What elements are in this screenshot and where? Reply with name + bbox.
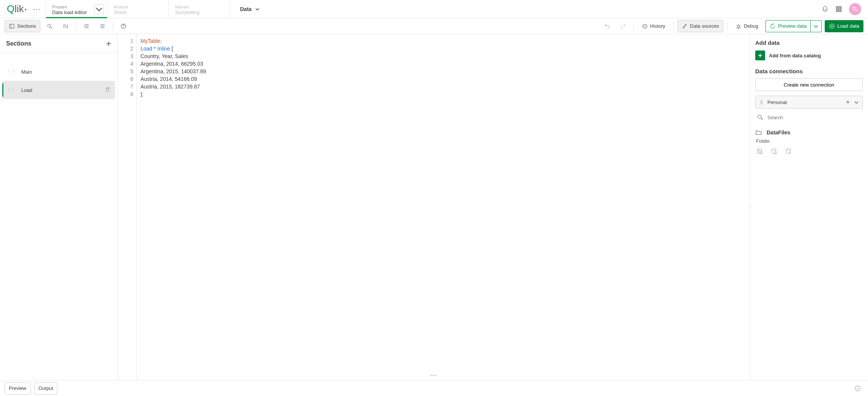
svg-rect-4	[838, 8, 840, 9]
svg-rect-5	[840, 8, 841, 9]
svg-rect-2	[840, 6, 841, 8]
tab-narrate-big: Storytelling	[175, 9, 224, 16]
data-sources-label: Data sources	[690, 23, 719, 29]
connection-name: DataFiles	[767, 129, 790, 136]
svg-rect-30	[757, 149, 762, 153]
history-button[interactable]: History	[638, 20, 669, 32]
add-data-title: Add data	[755, 39, 863, 46]
debug-label: Debug	[744, 23, 758, 29]
section-item-label: Load	[21, 87, 32, 93]
svg-point-23	[123, 27, 123, 27]
load-data-label: Load data	[837, 23, 859, 29]
svg-point-32	[772, 148, 776, 150]
svg-point-11	[48, 24, 51, 27]
apps-grid-icon[interactable]	[835, 6, 842, 13]
indent-icon[interactable]	[80, 20, 93, 32]
svg-line-29	[761, 118, 763, 120]
svg-rect-7	[838, 10, 840, 11]
sections-toggle-button[interactable]: Sections	[5, 20, 40, 32]
folder-icon	[755, 129, 762, 136]
section-item-main[interactable]: ⋮⋮ Main	[2, 63, 115, 81]
code-area[interactable]: MyTable:Load * Inline [Country, Year, Sa…	[137, 34, 750, 380]
svg-point-25	[737, 25, 740, 28]
right-resize-handle-icon[interactable]: ⋮	[748, 205, 753, 209]
tab-prepare-big: Data load editor	[52, 9, 101, 16]
svg-rect-0	[836, 6, 837, 8]
app-more-icon[interactable]: ⋯	[33, 5, 40, 14]
svg-rect-8	[840, 10, 841, 11]
search-icon[interactable]	[43, 20, 56, 32]
space-select[interactable]: Personal ✕	[755, 96, 863, 109]
tab-prepare-chevron-icon[interactable]	[94, 4, 104, 14]
person-icon	[759, 99, 764, 105]
search-icon	[757, 114, 764, 121]
add-from-catalog-label: Add from data catalog	[769, 53, 821, 58]
code-editor[interactable]: 1 2 3 4 5 6 7 8 MyTable:Load * Inline [C…	[118, 34, 750, 380]
insert-script-icon[interactable]	[770, 148, 777, 155]
drag-handle-icon[interactable]: ⋮⋮	[7, 69, 16, 74]
preview-data-button[interactable]: Preview data	[765, 20, 811, 32]
svg-point-37	[857, 387, 858, 387]
svg-point-34	[786, 148, 791, 150]
svg-point-28	[758, 115, 761, 118]
bell-icon[interactable]	[822, 6, 829, 13]
create-connection-button[interactable]: Create new connection	[755, 78, 863, 91]
load-data-button[interactable]: Load data	[825, 20, 863, 32]
edit-connection-icon[interactable]	[785, 148, 792, 155]
plus-icon: +	[755, 50, 765, 60]
select-data-icon[interactable]	[756, 148, 763, 155]
info-icon[interactable]	[854, 385, 861, 392]
preview-data-dropdown-icon[interactable]	[811, 20, 822, 32]
svg-rect-6	[836, 10, 837, 11]
connection-search-input[interactable]	[767, 115, 861, 120]
history-label: History	[650, 23, 665, 29]
add-from-catalog-button[interactable]: + Add from data catalog	[755, 50, 863, 60]
data-sources-button[interactable]: Data sources	[677, 20, 723, 32]
connection-type: Folder	[756, 138, 863, 144]
data-dropdown[interactable]: Data	[230, 0, 270, 18]
qlik-logo: Qlik.	[7, 3, 27, 15]
connections-title: Data connections	[755, 68, 863, 74]
svg-point-33	[775, 152, 777, 154]
preview-tab-button[interactable]: Preview	[5, 382, 30, 394]
outdent-icon[interactable]	[96, 20, 109, 32]
tab-prepare[interactable]: Prepare Data load editor	[46, 0, 107, 18]
svg-point-27	[761, 100, 762, 102]
svg-rect-3	[836, 8, 837, 9]
redo-icon[interactable]	[617, 20, 630, 32]
section-item-label: Main	[21, 69, 32, 75]
comment-toggle-icon[interactable]	[59, 20, 72, 32]
delete-section-icon[interactable]	[105, 87, 110, 93]
preview-data-label: Preview data	[778, 23, 806, 29]
output-tab-button[interactable]: Output	[34, 382, 57, 394]
debug-button[interactable]: Debug	[731, 20, 762, 32]
tab-narrate[interactable]: Narrate Storytelling	[169, 0, 230, 18]
undo-icon[interactable]	[601, 20, 614, 32]
svg-rect-9	[9, 24, 14, 28]
line-number-gutter: 1 2 3 4 5 6 7 8	[118, 34, 137, 380]
data-dropdown-label: Data	[240, 6, 251, 12]
svg-point-31	[760, 152, 762, 154]
space-label: Personal	[767, 99, 787, 105]
tab-analyze-small: Analyze	[114, 4, 163, 9]
help-icon[interactable]	[117, 20, 130, 32]
tab-analyze[interactable]: Analyze Sheet	[107, 0, 169, 18]
svg-line-12	[51, 27, 52, 28]
sections-title: Sections	[6, 40, 32, 47]
bottom-resize-handle-icon[interactable]: ══	[430, 372, 437, 379]
sections-toggle-label: Sections	[17, 23, 36, 29]
connection-datafiles[interactable]: DataFiles	[755, 129, 863, 136]
svg-rect-1	[838, 6, 840, 8]
tab-analyze-big: Sheet	[114, 9, 163, 16]
clear-space-icon[interactable]: ✕	[846, 99, 850, 105]
svg-line-15	[65, 24, 66, 28]
avatar[interactable]: TL	[849, 3, 861, 15]
tab-prepare-small: Prepare	[52, 4, 101, 9]
drag-handle-icon[interactable]: ⋮⋮	[7, 87, 16, 93]
section-item-load[interactable]: ⋮⋮ Load	[2, 81, 115, 99]
tab-narrate-small: Narrate	[175, 4, 224, 9]
chevron-down-icon[interactable]	[854, 99, 859, 105]
